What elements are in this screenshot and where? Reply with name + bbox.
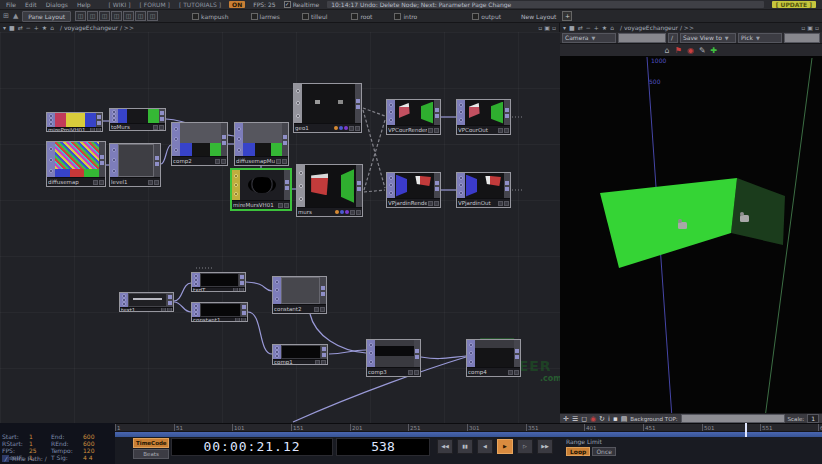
node-io-icon[interactable] [515, 355, 519, 359]
node-param-column[interactable] [273, 277, 281, 304]
max-icon[interactable]: ▣ [544, 24, 550, 31]
node-flag-icon[interactable] [49, 147, 53, 151]
node-io-column[interactable] [320, 277, 326, 304]
node-flag-icon[interactable] [469, 343, 473, 347]
layout-tab-output[interactable]: output [472, 13, 501, 20]
setting-value[interactable]: 25 [29, 447, 51, 454]
node-io-icon[interactable] [321, 286, 325, 290]
node-flag-icon[interactable] [112, 158, 116, 162]
node-flag-icon[interactable] [122, 302, 126, 306]
node-render-flag[interactable] [345, 210, 349, 214]
node-minus-button[interactable] [233, 287, 238, 291]
plus-icon[interactable]: + [594, 24, 599, 31]
stop-icon[interactable]: ■ [569, 24, 575, 31]
node-minus-button[interactable] [349, 126, 354, 131]
node-io-column[interactable] [434, 173, 440, 198]
transport-button-5[interactable]: ▶▶ [537, 439, 553, 454]
node-io-column[interactable] [282, 123, 288, 156]
node-minus-button[interactable] [161, 307, 166, 311]
node-io-icon[interactable] [160, 117, 164, 121]
menu-dialogs[interactable]: Dialogs [46, 1, 68, 8]
layout-tab-intro[interactable]: intro [394, 13, 417, 20]
view-field[interactable] [618, 33, 666, 43]
menu-file[interactable]: File [6, 1, 16, 8]
node-flag-icon[interactable] [459, 118, 463, 122]
node-plus-button[interactable] [154, 180, 159, 185]
tab-checkbox[interactable] [351, 13, 358, 20]
geometry-viewport[interactable]: 1000500 [560, 56, 822, 413]
tab-checkbox[interactable] [251, 13, 258, 20]
flag-icon[interactable]: ⚑ [675, 46, 682, 55]
node-io-column[interactable] [167, 293, 173, 307]
setting-value[interactable]: 120 [83, 447, 114, 454]
background-top-field[interactable] [681, 414, 785, 423]
home-icon[interactable]: ⌂ [50, 24, 54, 31]
camera-icon[interactable]: ◉ [687, 46, 694, 55]
node-flag-icon[interactable] [194, 312, 198, 316]
node-flag-icon[interactable] [112, 169, 116, 173]
new-layout-label[interactable]: New Layout [521, 13, 556, 20]
save-view-select[interactable]: Save View to▼ [680, 33, 736, 43]
node-io-icon[interactable] [356, 105, 360, 109]
tab-checkbox[interactable] [192, 13, 199, 20]
add-icon[interactable]: ✚ [711, 46, 718, 55]
node-param-column[interactable] [47, 113, 55, 127]
node-param-column[interactable] [387, 100, 395, 125]
chevron-down-icon[interactable]: ▾ [3, 24, 6, 31]
node-flag-icon[interactable] [112, 118, 116, 122]
node-flag-icon[interactable] [174, 127, 178, 131]
node-io-column[interactable] [355, 84, 361, 123]
node-plus-button[interactable] [239, 287, 244, 291]
node-flag-icon[interactable] [459, 183, 463, 187]
node-param-column[interactable] [457, 173, 465, 198]
star-icon[interactable]: ★ [42, 24, 47, 31]
node-param-column[interactable] [467, 340, 475, 367]
add-layout-button[interactable]: + [562, 11, 572, 21]
node-flag-icon[interactable] [469, 360, 473, 364]
move-icon[interactable]: ✛ [563, 415, 569, 423]
node-flag-icon[interactable] [389, 176, 393, 180]
node-io-column[interactable] [434, 100, 440, 125]
node-plus-button[interactable] [284, 203, 289, 208]
node-minus-button[interactable] [235, 317, 240, 321]
layout-preset-icon[interactable]: ◫ [99, 11, 110, 21]
transport-button-2[interactable]: ◀ [477, 439, 493, 454]
menu-edit[interactable]: Edit [25, 1, 37, 8]
minus-icon[interactable]: − [26, 24, 31, 31]
node-flag-icon[interactable] [174, 148, 178, 152]
node-flag-icon[interactable] [234, 183, 238, 187]
home-icon[interactable]: ⌂ [610, 24, 614, 31]
display-icon[interactable]: ▪ [613, 415, 618, 423]
timecode-mode-button[interactable]: TimeCode [133, 438, 169, 448]
close-icon[interactable]: ▫ [815, 24, 819, 31]
node-flag-icon[interactable] [275, 297, 279, 301]
node-minus-button[interactable] [315, 360, 320, 365]
node-flag-icon[interactable] [49, 158, 53, 162]
node-flag-icon[interactable] [389, 191, 393, 195]
node-flag-icon[interactable] [296, 114, 300, 118]
layout-preset-icon[interactable]: ◫ [135, 11, 146, 21]
node-plus-button[interactable] [355, 126, 360, 131]
node-diffusemapMult1[interactable]: diffusemapMult1 [234, 122, 289, 166]
node-io-icon[interactable] [505, 187, 509, 191]
node-io-column[interactable] [241, 303, 247, 317]
setting-value[interactable]: 4 4 [83, 454, 114, 461]
node-param-column[interactable] [47, 142, 55, 177]
swap-icon[interactable]: ⇄ [578, 24, 583, 31]
transport-button-0[interactable]: ◀◀ [437, 439, 453, 454]
node-io-icon[interactable] [240, 281, 244, 285]
node-minus-button[interactable] [314, 307, 319, 312]
node-io-icon[interactable] [415, 355, 419, 359]
tab-checkbox[interactable] [472, 13, 479, 20]
node-plus-button[interactable] [99, 180, 104, 185]
node-io-column[interactable] [514, 340, 520, 367]
node-io-column[interactable] [321, 345, 327, 359]
node-flag-icon[interactable] [459, 176, 463, 180]
node-flag-icon[interactable] [389, 118, 393, 122]
node-VPjardinOut[interactable]: VPjardinOut [456, 172, 511, 208]
camera-gizmo[interactable] [740, 215, 749, 222]
node-VPjardinRender[interactable]: VPjardinRender [386, 172, 441, 208]
node-io-icon[interactable] [168, 295, 172, 299]
node-minus-button[interactable] [90, 127, 95, 131]
node-plus-button[interactable] [321, 360, 326, 365]
